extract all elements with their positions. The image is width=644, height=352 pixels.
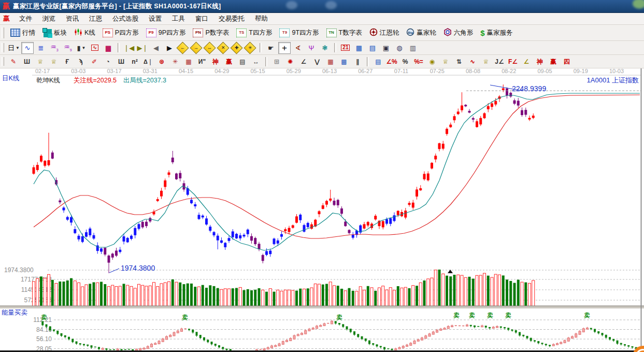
- menu-公式选股[interactable]: 公式选股: [107, 15, 144, 22]
- tool-angle-tool[interactable]: ∢: [292, 42, 304, 54]
- draw-tool-1-4[interactable]: ▦: [324, 55, 337, 67]
- svg-text:04-29: 04-29: [214, 68, 229, 74]
- toolbar-button-9t-square[interactable]: T99T四方形: [276, 27, 322, 38]
- menu-窗口[interactable]: 窗口: [190, 15, 213, 22]
- menu-帮助[interactable]: 帮助: [250, 15, 273, 22]
- tool-candle-type[interactable]: ▮▼: [75, 42, 88, 54]
- tool-cycle-tool[interactable]: ❃: [319, 42, 331, 54]
- draw-tool-0-9[interactable]: n²: [128, 55, 141, 67]
- tool-save[interactable]: ▣: [380, 42, 392, 54]
- tool-hand-tool[interactable]: ☛: [265, 42, 277, 54]
- draw-tool-2-3[interactable]: %=: [412, 55, 425, 67]
- draw-tool-0-6[interactable]: ✐: [88, 55, 101, 67]
- menu-工具[interactable]: 工具: [167, 15, 190, 22]
- tool-compress[interactable]: ✕: [217, 42, 230, 54]
- chart-area[interactable]: 02-1703-0303-1703-3104-1504-2905-1505-29…: [0, 68, 644, 352]
- menu-设置[interactable]: 设置: [144, 15, 167, 22]
- toolbar-button-p-table[interactable]: PNP数字表: [189, 27, 233, 38]
- toolbar-button-winner-service[interactable]: $赢家服务: [477, 27, 516, 38]
- draw-tool-2-5[interactable]: ♕: [439, 55, 452, 67]
- tool-crosshair-tool[interactable]: +: [278, 42, 291, 54]
- toolbar-button-9p-square[interactable]: P99P四方形: [142, 27, 190, 38]
- menu-交易委托[interactable]: 交易委托: [213, 15, 250, 22]
- draw-tool-2-9[interactable]: J∠: [493, 55, 506, 67]
- tool-bars-3[interactable]: ♒3: [48, 42, 61, 54]
- menu-文件[interactable]: 文件: [14, 15, 37, 22]
- toolbar-button-quotes[interactable]: 行情: [7, 27, 39, 38]
- draw-tool-0-15[interactable]: 神: [209, 55, 222, 67]
- draw-tool-0-14[interactable]: И": [196, 55, 208, 67]
- draw-tool-0-7[interactable]: ◔: [102, 55, 114, 67]
- draw-tool-2-8[interactable]: ♕: [480, 55, 492, 67]
- tool-zigzag-tool[interactable]: ∿: [21, 42, 34, 54]
- toolbar-button-sectors[interactable]: 板块: [39, 27, 70, 38]
- tool-red-wave[interactable]: ∿: [89, 42, 101, 54]
- tool-psi-tool[interactable]: Ψ: [305, 42, 318, 54]
- last-bar-icon: ▶❘: [137, 45, 148, 51]
- draw-tool-1-2[interactable]: ∠: [297, 55, 310, 67]
- draw-tool-0-12[interactable]: ✳: [169, 55, 181, 67]
- draw-tool-0-16[interactable]: 赢: [223, 55, 235, 67]
- draw-tool-1-0[interactable]: ⊞: [270, 55, 283, 67]
- tool-next-bar[interactable]: ▶: [163, 42, 176, 54]
- tool-save-web[interactable]: ◍: [393, 42, 406, 54]
- draw-tool-1-1[interactable]: ✺: [284, 55, 296, 67]
- tool-last-bar[interactable]: ▶❘: [136, 42, 149, 54]
- toolbar-grip[interactable]: [2, 27, 4, 38]
- draw-tool-2-2[interactable]: %: [399, 55, 411, 67]
- draw-tool-2-13[interactable]: 赢: [547, 55, 560, 67]
- tool-bars-9[interactable]: ♒9: [62, 42, 74, 54]
- tool-shift-right[interactable]: →: [190, 42, 203, 54]
- tool-expand-all[interactable]: ✳: [244, 42, 256, 54]
- toolbar-grip[interactable]: [2, 57, 4, 66]
- draw-tool-0-13[interactable]: ▦: [182, 55, 195, 67]
- draw-tool-1-6[interactable]: ∥: [351, 55, 364, 67]
- draw-tool-0-2[interactable]: ♕: [34, 55, 47, 67]
- draw-tool-0-1[interactable]: Ш: [21, 55, 33, 67]
- toolbar-button-p-square[interactable]: PSP四方形: [99, 27, 142, 38]
- draw-tool-2-11[interactable]: ∠: [520, 55, 533, 67]
- draw-tool-1-3[interactable]: ⋁: [311, 55, 323, 67]
- draw-tool-2-0[interactable]: ▤: [372, 55, 384, 67]
- draw-tool-0-0[interactable]: ✎: [7, 55, 20, 67]
- draw-tool-0-8[interactable]: Ш: [115, 55, 127, 67]
- toolbar-button-t-square[interactable]: TST四方形: [233, 27, 276, 38]
- toolbar-button-hexagon[interactable]: 六角形: [440, 27, 477, 39]
- toolbar-button-kline[interactable]: K线: [70, 27, 99, 39]
- draw-tool-0-5[interactable]: ϡ: [75, 55, 87, 67]
- draw-tool-2-6[interactable]: ⇅: [453, 55, 465, 67]
- draw-tool-1-5[interactable]: ▩: [338, 55, 350, 67]
- menu-资讯[interactable]: 资讯: [61, 15, 84, 22]
- tool-expand-h[interactable]: ↔: [204, 42, 216, 54]
- toolbar-button-t-table[interactable]: TNT数字表: [323, 27, 366, 38]
- tool-prev-bar[interactable]: ◀: [150, 42, 162, 54]
- tool-shift-left[interactable]: ←: [177, 42, 189, 54]
- tool-remote[interactable]: ▥: [407, 42, 419, 54]
- tool-calendar[interactable]: 21: [339, 42, 352, 54]
- draw-tool-2-7[interactable]: ∿: [466, 55, 479, 67]
- draw-tool-0-10[interactable]: ∆❘: [142, 55, 154, 67]
- draw-tool-0-4[interactable]: Ғ: [61, 55, 74, 67]
- draw-tool-2-4[interactable]: ◉: [426, 55, 438, 67]
- menu-江恩[interactable]: 江恩: [84, 15, 107, 22]
- menu-浏览[interactable]: 浏览: [37, 15, 61, 22]
- tool-first-bar[interactable]: ❘◀: [123, 42, 135, 54]
- tool-calculator[interactable]: ▦: [353, 42, 365, 54]
- draw-tool-2-10[interactable]: F∠: [507, 55, 519, 67]
- draw-tool-2-1[interactable]: ∠%: [385, 55, 398, 67]
- draw-tool-0-17[interactable]: ▤: [236, 55, 249, 67]
- toolbar-button-gann-wheel[interactable]: 江恩轮: [366, 27, 403, 39]
- tool-info-doc[interactable]: ≣: [35, 42, 47, 54]
- draw-tool-2-12[interactable]: 神: [534, 55, 546, 67]
- tool-histogram[interactable]: ▆: [102, 42, 115, 54]
- toolbar-grip[interactable]: [2, 43, 4, 52]
- draw-tool-0-11[interactable]: ⊕: [155, 55, 168, 67]
- draw-tool-icon: 赢: [226, 59, 232, 65]
- draw-tool-0-18[interactable]: ↔: [250, 55, 262, 67]
- draw-tool-0-3[interactable]: ♕: [48, 55, 60, 67]
- draw-tool-2-14[interactable]: 四: [561, 55, 573, 67]
- tool-period-day[interactable]: 日▼: [7, 42, 20, 54]
- tool-notes[interactable]: ▤: [366, 42, 379, 54]
- tool-expand[interactable]: ✚: [231, 42, 243, 54]
- toolbar-button-winner-wheel[interactable]: Big赢家轮: [403, 27, 440, 39]
